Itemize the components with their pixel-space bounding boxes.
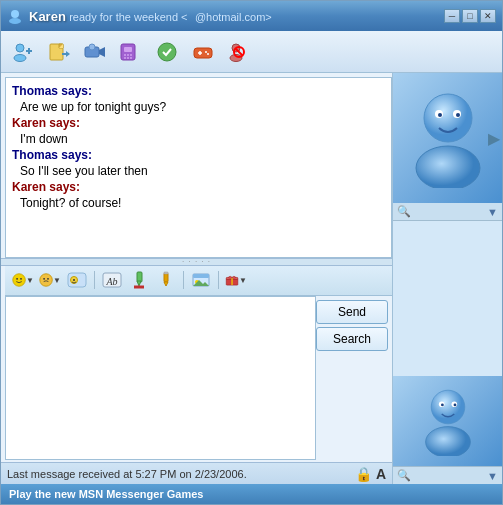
svg-text:Ab: Ab: [105, 276, 117, 287]
buttons-area: Send Search: [316, 296, 392, 463]
toolbar-send-file[interactable]: [43, 37, 75, 67]
svg-point-20: [127, 57, 129, 59]
svg-point-26: [205, 51, 207, 53]
svg-point-63: [425, 427, 470, 456]
font-color-button[interactable]: [127, 269, 151, 291]
status-message: Last message received at 5:27 PM on 2/23…: [7, 468, 351, 480]
svg-point-33: [16, 278, 18, 280]
msg-1-text: Are we up for tonight guys?: [20, 100, 385, 114]
svg-point-35: [40, 274, 53, 287]
chat-messages[interactable]: Thomas says: Are we up for tonight guys?…: [5, 77, 392, 258]
svg-point-32: [13, 274, 26, 287]
svg-point-67: [453, 404, 456, 407]
avatar-controls-bottom: 🔍 ▼: [393, 466, 502, 484]
svg-rect-23: [194, 48, 212, 58]
svg-point-66: [441, 404, 444, 407]
toolbar-audio[interactable]: [115, 37, 147, 67]
self-avatar-zoom-icon[interactable]: 🔍: [397, 469, 411, 482]
contact-name: Karen: [29, 9, 66, 24]
svg-point-18: [130, 54, 132, 56]
self-avatar-menu-icon[interactable]: ▼: [487, 470, 498, 482]
msg-1-speaker: Thomas says:: [12, 84, 385, 98]
format-toolbar: ▼ ▼: [5, 266, 392, 296]
chat-divider[interactable]: · · · · ·: [1, 258, 392, 266]
svg-point-2: [16, 44, 24, 52]
background-button[interactable]: [189, 269, 213, 291]
svg-rect-48: [164, 272, 168, 274]
avatar-menu-icon[interactable]: ▼: [487, 206, 498, 218]
toolbar-activities[interactable]: [151, 37, 183, 67]
svg-point-19: [124, 57, 126, 59]
footer-text: Play the new MSN Messenger Games: [9, 488, 203, 500]
svg-point-40: [73, 279, 75, 281]
svg-point-0: [11, 10, 19, 18]
svg-point-57: [416, 146, 480, 188]
main-toolbar: [1, 31, 502, 73]
gift-button[interactable]: ▼: [224, 269, 248, 291]
bottom-row: Send Search: [1, 296, 392, 463]
chat-container: Thomas says: Are we up for tonight guys?…: [1, 73, 392, 484]
title-bar: Karen ready for the weekend < @hotmail.c…: [1, 1, 502, 31]
right-panel-middle: [393, 221, 502, 376]
svg-point-17: [127, 54, 129, 56]
avatar-arrow-right[interactable]: ▶: [488, 129, 500, 148]
msg-4-text: Tonight? of course!: [20, 196, 385, 210]
svg-point-22: [158, 43, 176, 61]
svg-point-16: [124, 54, 126, 56]
svg-point-34: [20, 278, 22, 280]
svg-point-27: [207, 53, 209, 55]
svg-point-60: [438, 113, 442, 117]
status-icons: 🔒 A: [355, 466, 386, 482]
msg-2-speaker: Karen says:: [12, 116, 385, 130]
footer-bar: Play the new MSN Messenger Games: [1, 484, 502, 504]
svg-point-37: [47, 278, 49, 280]
svg-rect-15: [124, 47, 132, 52]
app-icon: [7, 8, 23, 24]
msg-2-text: I'm down: [20, 132, 385, 146]
toolbar-games[interactable]: [187, 37, 219, 67]
avatar-zoom-icon[interactable]: 🔍: [397, 205, 411, 218]
status-icon-2: A: [376, 466, 386, 482]
svg-point-1: [9, 18, 21, 24]
svg-rect-46: [164, 273, 168, 282]
nudge-button[interactable]: ▼: [38, 269, 62, 291]
svg-marker-47: [164, 282, 168, 286]
contact-email: @hotmail.com>: [195, 11, 272, 23]
minimize-button[interactable]: ─: [444, 9, 460, 23]
svg-point-61: [456, 113, 460, 117]
svg-marker-12: [99, 47, 105, 57]
toolbar-block[interactable]: [223, 37, 255, 67]
right-panel: ▶: [392, 73, 502, 484]
close-button[interactable]: ✕: [480, 9, 496, 23]
svg-point-62: [431, 390, 465, 424]
status-bar: Last message received at 5:27 PM on 2/23…: [1, 462, 392, 484]
toolbar-add-contact[interactable]: [7, 37, 39, 67]
svg-rect-50: [193, 274, 209, 278]
search-button[interactable]: Search: [316, 327, 388, 351]
svg-point-56: [424, 94, 472, 142]
fmt-separator-2: [183, 271, 184, 289]
svg-marker-10: [66, 51, 70, 57]
restore-button[interactable]: □: [462, 9, 478, 23]
svg-point-36: [43, 278, 45, 280]
msg-3-text: So I'll see you later then: [20, 164, 385, 178]
draw-button[interactable]: [154, 269, 178, 291]
contact-avatar-image: [408, 88, 488, 188]
font-button[interactable]: Ab: [100, 269, 124, 291]
svg-point-21: [130, 57, 132, 59]
self-avatar-image: [418, 386, 478, 456]
svg-point-13: [89, 44, 95, 50]
message-input[interactable]: [5, 296, 316, 461]
msg-4-speaker: Karen says:: [12, 180, 385, 194]
fmt-separator-1: [94, 271, 95, 289]
emoticon-button[interactable]: [65, 269, 89, 291]
title-bar-text: Karen ready for the weekend < @hotmail.c…: [29, 9, 444, 24]
send-button[interactable]: Send: [316, 300, 388, 324]
svg-marker-44: [137, 281, 141, 286]
toolbar-video[interactable]: [79, 37, 111, 67]
svg-point-3: [14, 54, 26, 61]
main-window: Karen ready for the weekend < @hotmail.c…: [0, 0, 503, 505]
window-controls: ─ □ ✕: [444, 9, 496, 23]
emoji-picker-button[interactable]: ▼: [11, 269, 35, 291]
self-avatar: [393, 376, 502, 466]
